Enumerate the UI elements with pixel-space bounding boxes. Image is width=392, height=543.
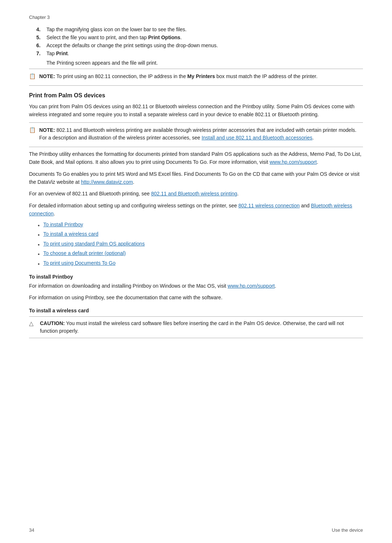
bullet-item-3: To print using standard Palm OS applicat… [38,241,363,249]
numbered-steps: 4. Tap the magnifying glass icon on the … [29,27,363,56]
step5-text-before: Select the file you want to print, and t… [46,35,148,40]
para4-before: For an overview of 802.11 and Bluetooth … [29,191,151,196]
step-4: 4. Tap the magnifying glass icon on the … [29,27,363,32]
palm-para2: The Printboy utility enhances the format… [29,150,363,166]
para3-link[interactable]: http://www.dataviz.com [81,179,133,185]
bullet-item-1: To install Printboy [38,222,363,230]
step-7: 7. Tap Print. [29,50,363,56]
footer-page-num: 34 [29,527,34,533]
step7-subtext: The Printing screen appears and the file… [46,60,363,66]
caution-icon: △ [29,320,38,327]
para2-link[interactable]: www.hp.com/support [270,159,317,165]
print-from-palm-heading: Print from Palm OS devices [29,92,363,99]
caution-label: CAUTION: [40,320,65,326]
note1-text-after: box must match the IP address of the pri… [215,73,317,79]
para5-after: . [54,211,55,216]
note2-link[interactable]: Install and use 802.11 and Bluetooth acc… [201,135,312,141]
palm-para3: Documents To Go enables you to print MS … [29,170,363,186]
para5-before: For detailed information about setting u… [29,203,238,208]
para2-after: . [317,159,318,165]
bullet-item-2: To install a wireless card [38,231,363,239]
rule-after-note2 [29,147,363,147]
bullet-list: To install Printboy To install a wireles… [38,222,363,268]
para5-link1[interactable]: 802.11 wireless connection [238,203,300,208]
footer: 34 Use the device [29,527,363,533]
footer-page-label: Use the device [332,527,363,533]
caution-box: △ CAUTION: You must install the wireless… [29,316,363,338]
note-1: 📋 NOTE: To print using an 802.11 connect… [29,73,363,80]
install-printboy-after: . [275,283,276,289]
palm-para4: For an overview of 802.11 and Bluetooth … [29,190,363,198]
para5-mid: and [300,203,311,208]
para3-after: . [133,179,134,185]
step-5: 5. Select the file you want to print, an… [29,35,363,40]
install-printboy-para2: For information on using Printboy, see t… [29,293,363,301]
note2-after: . [313,135,314,141]
step7-text-after: . [68,50,69,56]
chapter-label: Chapter 3 [29,15,363,20]
para4-after: . [237,191,239,196]
install-wireless-heading: To install a wireless card [29,308,363,313]
bullet-item-5: To print using Documents To Go [38,260,363,268]
palm-para5: For detailed information about setting u… [29,202,363,218]
install-printboy-heading: To install Printboy [29,274,363,280]
step7-bold: Print [56,50,68,56]
para3-before: Documents To Go enables you to print MS … [29,171,359,185]
step7-text-before: Tap [46,50,56,56]
note2-label: NOTE: [39,127,55,133]
rule-before-note2 [29,122,363,123]
install-printboy-before: For information on downloading and insta… [29,283,228,289]
para4-link[interactable]: 802.11 and Bluetooth wireless printing [151,191,237,196]
palm-para1: You can print from Palm OS devices using… [29,102,363,119]
install-printboy-para1: For information on downloading and insta… [29,282,363,290]
install-printboy-link[interactable]: www.hp.com/support [228,283,275,289]
step5-bold: Print Options [148,35,180,40]
caution-text: You must install the wireless card softw… [40,320,344,334]
note1-bold: My Printers [187,73,215,79]
note1-text-before: To print using an 802.11 connection, the… [55,73,188,79]
rule-before-palm [29,85,363,86]
note1-label: NOTE: [39,73,55,79]
note-icon-1: 📋 [29,73,37,80]
note-2: 📋 NOTE: 802.11 and Bluetooth wireless pr… [29,126,363,142]
bullet-item-4: To choose a default printer (optional) [38,250,363,259]
rule-after-steps [29,69,363,69]
note-icon-2: 📋 [29,127,37,133]
step5-text-after: . [180,35,182,40]
step-6: 6. Accept the defaults or change the pri… [29,42,363,48]
